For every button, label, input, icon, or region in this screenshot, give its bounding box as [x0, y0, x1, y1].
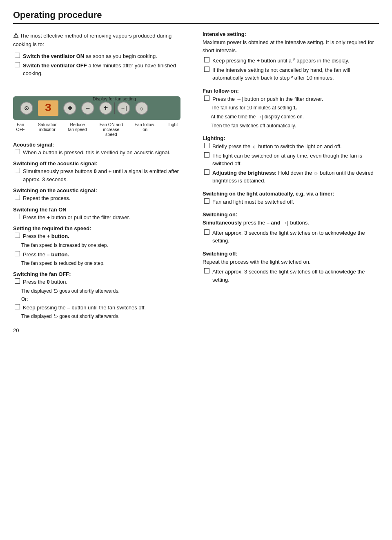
intensive-bullet2: If the intensive setting is not cancelle…: [204, 66, 379, 82]
timer-checkbox1: [204, 198, 209, 204]
plus-button[interactable]: +: [99, 102, 112, 115]
fan-off-bullet2-text: Keep pressing the – button until the fan…: [23, 304, 189, 312]
required-speed-minus-checkbox: [15, 251, 20, 256]
intro-text: The most effective method of removing va…: [13, 33, 172, 47]
fan-followon-sub1: The fan runs for 10 minutes at setting 1…: [211, 104, 379, 111]
fan-off-heading: Switching the fan OFF:: [13, 271, 189, 277]
switch-off-acoustic-item: Simultaneously press buttons 0 and + unt…: [15, 167, 189, 183]
checkbox-off: [15, 62, 20, 67]
fan-followon-bullet1-text: Press the →| button or push in the filte…: [212, 95, 379, 103]
acoustic-checkbox: [15, 149, 20, 154]
timer-section: Switching on the light automatically, e.…: [203, 191, 379, 206]
intensive-heading: Intensive setting:: [203, 31, 379, 37]
switching-fan-on-item: Press the + button or pull out the filte…: [15, 213, 189, 222]
fan-off-bullet2: Keep pressing the – button until the fan…: [15, 304, 189, 312]
two-column-layout: ⚠ The most effective method of removing …: [13, 31, 379, 333]
lighting-section: Lighting: Briefly press the ☼ button to …: [203, 135, 379, 185]
switch-off-acoustic-checkbox: [15, 168, 20, 173]
followon-button[interactable]: →|: [117, 102, 130, 115]
switch-on-acoustic-heading: Switching on the acoustic signal:: [13, 187, 189, 193]
switching-fan-on-checkbox: [15, 214, 20, 219]
checkbox-on: [15, 53, 20, 58]
required-speed-minus-sub: The fan speed is reduced by one step.: [21, 260, 189, 267]
left-column: ⚠ The most effective method of removing …: [13, 31, 189, 333]
switching-off-text: Repeat the process with the light switch…: [203, 258, 379, 266]
lighting-bullet2-text: The light can be switched on at any time…: [212, 152, 379, 168]
saturation-icon: ❖: [67, 105, 73, 111]
switching-on-checkbox1: [204, 229, 209, 235]
switch-off-acoustic-heading: Switching off the acoustic signal:: [13, 160, 189, 167]
lighting-bullet1-text: Briefly press the ☼ button to switch the…: [212, 142, 379, 151]
lighting-heading: Lighting:: [203, 135, 379, 141]
intensive-bullet1-text: Keep pressing the + button until a ᴾ app…: [212, 57, 379, 65]
warning-icon: ⚠: [13, 32, 18, 39]
timer-bullet1-text: Fan and light must be switched off.: [212, 198, 379, 206]
switching-on-bullet1: After approx. 3 seconds the light switch…: [204, 229, 379, 245]
lighting-bullet3: Adjusting the brightness: Hold down the …: [204, 169, 379, 185]
intro-block: ⚠ The most effective method of removing …: [13, 31, 189, 48]
required-speed-plus-text: Press the + button.: [23, 232, 189, 240]
required-speed-plus-item: Press the + button.: [15, 232, 189, 240]
display-label: Display for fan setting: [93, 96, 136, 101]
plus-icon: +: [104, 104, 108, 112]
display-label-line: [114, 102, 115, 114]
right-column: Intensive setting: Maximum power is obta…: [203, 31, 379, 333]
label-reduce-fan: Reduce fan speed: [67, 122, 88, 132]
switching-off-bullet1-text: After approx. 3 seconds the light switch…: [212, 268, 379, 284]
lighting-bullet3-text: Adjusting the brightness: Hold down the …: [212, 169, 379, 185]
label-fan-off: Fan OFF: [13, 122, 28, 132]
required-speed-heading: Setting the required fan speed:: [13, 225, 189, 231]
fan-followon-heading: Fan follow-on:: [203, 88, 379, 94]
required-speed-minus-item: Press the – button.: [15, 251, 189, 259]
page-container: Operating procedure ⚠ The most effective…: [0, 0, 392, 540]
switch-off-acoustic-text: Simultaneously press buttons 0 and + unt…: [23, 167, 189, 183]
minus-icon: –: [86, 104, 90, 112]
fan-off-bullet1-text: Press the 0 button.: [23, 278, 189, 286]
diagram-area: Display for fan setting ⊙ 3: [13, 96, 189, 137]
intensive-text: Maximum power is obtained at the intensi…: [203, 38, 379, 54]
fan-off-bullet1: Press the 0 button.: [15, 278, 189, 286]
switch-on-acoustic-item: Repeat the process.: [15, 194, 189, 202]
ventilator-on-text: Switch the ventilator ON as soon as you …: [23, 52, 189, 60]
required-speed-minus-text: Press the – button.: [23, 251, 189, 259]
intensive-bullet2-text: If the intensive setting is not cancelle…: [212, 66, 379, 82]
required-speed-plus-sub: The fan speed is increased by one step.: [21, 242, 189, 249]
fan-off-sub1: The displayed ⮌ goes out shortly afterwa…: [21, 287, 189, 295]
fan-followon-bullet1: Press the →| button or push in the filte…: [204, 95, 379, 103]
fan-followon-sub3: Then the fan switches off automatically.: [211, 122, 379, 129]
saturation-button[interactable]: ❖: [63, 102, 76, 115]
label-follow-on: Fan follow-on: [134, 122, 156, 132]
panel-labels-row: Fan OFF Saturation indicator Reduce fan …: [13, 122, 180, 137]
acoustic-signal-text: When a button is pressed, this is verifi…: [23, 149, 189, 157]
bullet-ventilator-on: Switch the ventilator ON as soon as you …: [15, 52, 189, 60]
switch-on-acoustic-text: Repeat the process.: [23, 194, 189, 202]
light-button[interactable]: ☼: [135, 102, 148, 115]
page-title: Operating procedure: [13, 10, 379, 24]
fan-followon-sub2: At the same time the →| display comes on…: [211, 113, 379, 120]
acoustic-signal-heading: Acoustic signal:: [13, 142, 189, 148]
intensive-bullet1: Keep pressing the + button until a ᴾ app…: [204, 57, 379, 65]
switching-on-section: Switching on: Simultaneously press the –…: [203, 211, 379, 245]
light-icon: ☼: [139, 105, 145, 111]
minus-button[interactable]: –: [81, 102, 94, 115]
fan-off-icon: ⊙: [24, 105, 29, 111]
bullet-ventilator-off: Switch the ventilator OFF a few minutes …: [15, 62, 189, 78]
switching-on-text: Simultaneously press the – and →| button…: [203, 219, 379, 227]
timer-bullet1: Fan and light must be switched off.: [204, 198, 379, 206]
intensive-section: Intensive setting: Maximum power is obta…: [203, 31, 379, 82]
required-speed-plus-checkbox: [15, 233, 20, 238]
page-number: 20: [13, 327, 189, 333]
followon-icon: →|: [120, 105, 127, 111]
switching-fan-on-heading: Switching the fan ON: [13, 207, 189, 213]
intensive-checkbox1: [204, 57, 209, 62]
switching-on-bullet1-text: After approx. 3 seconds the light switch…: [212, 229, 379, 245]
lighting-bullet1: Briefly press the ☼ button to switch the…: [204, 142, 379, 151]
fan-display: 3: [38, 100, 58, 116]
fan-off-bullet2-checkbox: [15, 304, 20, 309]
switching-fan-on-text: Press the + button or pull out the filte…: [23, 213, 189, 222]
ventilator-off-text: Switch the ventilator OFF a few minutes …: [23, 62, 189, 78]
fan-followon-checkbox1: [204, 96, 209, 101]
label-light: Light: [166, 122, 180, 127]
switching-on-heading: Switching on:: [203, 211, 379, 218]
fan-off-button[interactable]: ⊙: [20, 102, 33, 115]
